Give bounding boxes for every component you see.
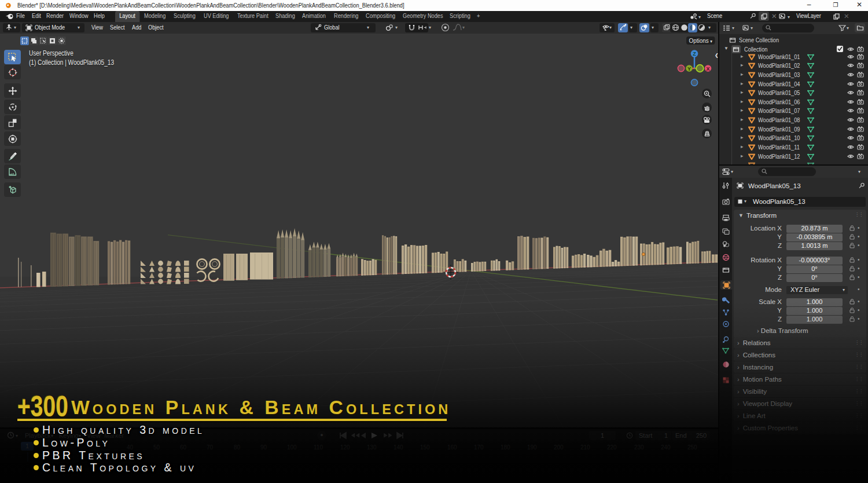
svg-text:X: X [706,66,709,72]
svg-text:Z: Z [693,51,696,57]
svg-text:Y: Y [687,66,691,72]
